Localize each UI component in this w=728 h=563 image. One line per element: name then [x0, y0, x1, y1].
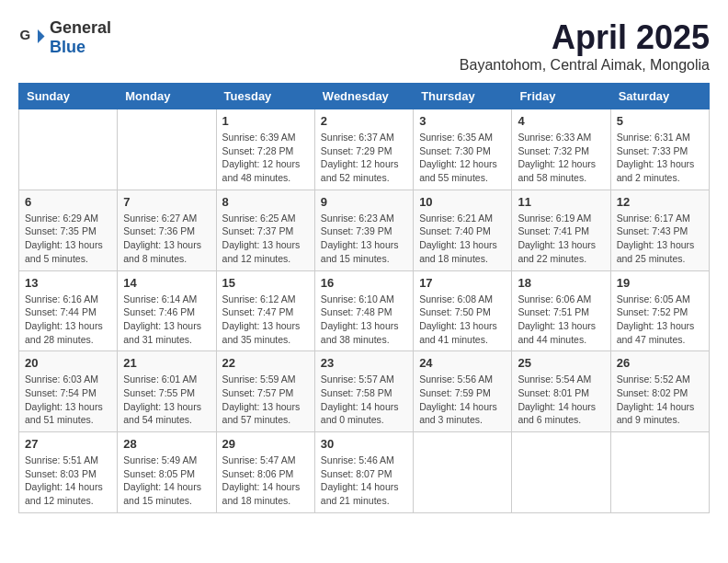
day-number: 26 — [617, 356, 703, 370]
calendar-cell: 27Sunrise: 5:51 AM Sunset: 8:03 PM Dayli… — [19, 432, 118, 513]
day-number: 6 — [25, 195, 111, 209]
calendar-cell: 16Sunrise: 6:10 AM Sunset: 7:48 PM Dayli… — [314, 270, 413, 351]
calendar-table: SundayMondayTuesdayWednesdayThursdayFrid… — [18, 83, 710, 513]
weekday-header: Friday — [512, 84, 610, 109]
day-number: 3 — [419, 114, 506, 128]
day-info: Sunrise: 6:25 AM Sunset: 7:37 PM Dayligh… — [222, 212, 309, 266]
svg-marker-1 — [38, 29, 45, 43]
calendar-cell: 5Sunrise: 6:31 AM Sunset: 7:33 PM Daylig… — [610, 109, 709, 190]
calendar-cell: 20Sunrise: 6:03 AM Sunset: 7:54 PM Dayli… — [19, 351, 118, 432]
calendar-cell: 4Sunrise: 6:33 AM Sunset: 7:32 PM Daylig… — [512, 109, 610, 190]
calendar-cell: 17Sunrise: 6:08 AM Sunset: 7:50 PM Dayli… — [414, 270, 512, 351]
day-number: 27 — [25, 437, 111, 451]
calendar-cell: 9Sunrise: 6:23 AM Sunset: 7:39 PM Daylig… — [314, 190, 413, 270]
calendar-cell: 21Sunrise: 6:01 AM Sunset: 7:55 PM Dayli… — [118, 351, 216, 432]
calendar-cell — [19, 109, 118, 190]
logo-icon: G — [18, 24, 46, 52]
calendar-cell: 8Sunrise: 6:25 AM Sunset: 7:37 PM Daylig… — [216, 190, 314, 270]
day-info: Sunrise: 6:12 AM Sunset: 7:47 PM Dayligh… — [222, 293, 309, 347]
day-info: Sunrise: 6:06 AM Sunset: 7:51 PM Dayligh… — [518, 293, 604, 347]
calendar-cell: 2Sunrise: 6:37 AM Sunset: 7:29 PM Daylig… — [314, 109, 413, 190]
day-number: 8 — [222, 195, 309, 209]
day-info: Sunrise: 6:31 AM Sunset: 7:33 PM Dayligh… — [617, 131, 703, 185]
calendar-cell — [610, 432, 709, 513]
day-number: 30 — [321, 437, 407, 451]
day-number: 17 — [419, 276, 506, 290]
calendar-cell: 11Sunrise: 6:19 AM Sunset: 7:41 PM Dayli… — [512, 190, 610, 270]
day-number: 20 — [25, 356, 111, 370]
day-number: 28 — [123, 437, 210, 451]
day-info: Sunrise: 6:03 AM Sunset: 7:54 PM Dayligh… — [25, 373, 111, 427]
day-info: Sunrise: 5:51 AM Sunset: 8:03 PM Dayligh… — [25, 454, 111, 508]
svg-text:G: G — [20, 27, 31, 42]
day-info: Sunrise: 5:46 AM Sunset: 8:07 PM Dayligh… — [321, 454, 407, 508]
day-number: 15 — [222, 276, 309, 290]
page-header: G General Blue April 2025 Bayantohom, Ce… — [18, 18, 710, 74]
day-info: Sunrise: 5:56 AM Sunset: 7:59 PM Dayligh… — [419, 373, 506, 427]
day-info: Sunrise: 5:59 AM Sunset: 7:57 PM Dayligh… — [222, 373, 309, 427]
calendar-cell: 7Sunrise: 6:27 AM Sunset: 7:36 PM Daylig… — [118, 190, 216, 270]
month-title: April 2025 — [460, 18, 710, 57]
day-info: Sunrise: 6:10 AM Sunset: 7:48 PM Dayligh… — [321, 293, 407, 347]
day-number: 4 — [518, 114, 604, 128]
logo-general: General — [50, 18, 111, 37]
calendar-cell: 14Sunrise: 6:14 AM Sunset: 7:46 PM Dayli… — [118, 270, 216, 351]
logo-blue: Blue — [50, 38, 85, 56]
day-info: Sunrise: 6:01 AM Sunset: 7:55 PM Dayligh… — [123, 373, 210, 427]
day-number: 12 — [617, 195, 703, 209]
day-number: 14 — [123, 276, 210, 290]
calendar-cell: 26Sunrise: 5:52 AM Sunset: 8:02 PM Dayli… — [610, 351, 709, 432]
calendar-cell: 30Sunrise: 5:46 AM Sunset: 8:07 PM Dayli… — [314, 432, 413, 513]
calendar-cell: 23Sunrise: 5:57 AM Sunset: 7:58 PM Dayli… — [314, 351, 413, 432]
day-info: Sunrise: 5:57 AM Sunset: 7:58 PM Dayligh… — [321, 373, 407, 427]
weekday-header: Thursday — [414, 84, 512, 109]
day-info: Sunrise: 6:05 AM Sunset: 7:52 PM Dayligh… — [617, 293, 703, 347]
day-info: Sunrise: 6:39 AM Sunset: 7:28 PM Dayligh… — [222, 131, 309, 185]
weekday-header: Saturday — [610, 84, 709, 109]
day-info: Sunrise: 5:54 AM Sunset: 8:01 PM Dayligh… — [518, 373, 604, 427]
day-info: Sunrise: 5:52 AM Sunset: 8:02 PM Dayligh… — [617, 373, 703, 427]
calendar-week-row: 6Sunrise: 6:29 AM Sunset: 7:35 PM Daylig… — [19, 190, 710, 270]
day-number: 25 — [518, 356, 604, 370]
logo: G General Blue — [18, 18, 111, 57]
day-info: Sunrise: 6:23 AM Sunset: 7:39 PM Dayligh… — [321, 212, 407, 266]
calendar-cell: 19Sunrise: 6:05 AM Sunset: 7:52 PM Dayli… — [610, 270, 709, 351]
calendar-cell: 18Sunrise: 6:06 AM Sunset: 7:51 PM Dayli… — [512, 270, 610, 351]
calendar-cell: 22Sunrise: 5:59 AM Sunset: 7:57 PM Dayli… — [216, 351, 314, 432]
day-info: Sunrise: 6:35 AM Sunset: 7:30 PM Dayligh… — [419, 131, 506, 185]
weekday-header: Tuesday — [216, 84, 314, 109]
calendar-cell: 1Sunrise: 6:39 AM Sunset: 7:28 PM Daylig… — [216, 109, 314, 190]
day-info: Sunrise: 6:27 AM Sunset: 7:36 PM Dayligh… — [123, 212, 210, 266]
calendar-cell — [118, 109, 216, 190]
weekday-header: Monday — [118, 84, 216, 109]
day-number: 21 — [123, 356, 210, 370]
calendar-cell: 12Sunrise: 6:17 AM Sunset: 7:43 PM Dayli… — [610, 190, 709, 270]
day-info: Sunrise: 6:37 AM Sunset: 7:29 PM Dayligh… — [321, 131, 407, 185]
day-number: 29 — [222, 437, 309, 451]
calendar-cell — [414, 432, 512, 513]
calendar-cell: 15Sunrise: 6:12 AM Sunset: 7:47 PM Dayli… — [216, 270, 314, 351]
day-number: 2 — [321, 114, 407, 128]
weekday-header: Sunday — [19, 84, 118, 109]
title-area: April 2025 Bayantohom, Central Aimak, Mo… — [460, 18, 710, 74]
day-number: 5 — [617, 114, 703, 128]
day-number: 9 — [321, 195, 407, 209]
day-number: 10 — [419, 195, 506, 209]
calendar-week-row: 20Sunrise: 6:03 AM Sunset: 7:54 PM Dayli… — [19, 351, 710, 432]
calendar-cell: 10Sunrise: 6:21 AM Sunset: 7:40 PM Dayli… — [414, 190, 512, 270]
calendar-week-row: 27Sunrise: 5:51 AM Sunset: 8:03 PM Dayli… — [19, 432, 710, 513]
day-info: Sunrise: 6:08 AM Sunset: 7:50 PM Dayligh… — [419, 293, 506, 347]
day-info: Sunrise: 6:17 AM Sunset: 7:43 PM Dayligh… — [617, 212, 703, 266]
day-info: Sunrise: 5:47 AM Sunset: 8:06 PM Dayligh… — [222, 454, 309, 508]
day-number: 7 — [123, 195, 210, 209]
day-number: 18 — [518, 276, 604, 290]
calendar-cell: 6Sunrise: 6:29 AM Sunset: 7:35 PM Daylig… — [19, 190, 118, 270]
location-title: Bayantohom, Central Aimak, Mongolia — [460, 57, 710, 74]
calendar-cell: 29Sunrise: 5:47 AM Sunset: 8:06 PM Dayli… — [216, 432, 314, 513]
day-number: 16 — [321, 276, 407, 290]
calendar-cell: 24Sunrise: 5:56 AM Sunset: 7:59 PM Dayli… — [414, 351, 512, 432]
day-info: Sunrise: 6:19 AM Sunset: 7:41 PM Dayligh… — [518, 212, 604, 266]
calendar-cell: 25Sunrise: 5:54 AM Sunset: 8:01 PM Dayli… — [512, 351, 610, 432]
day-info: Sunrise: 6:21 AM Sunset: 7:40 PM Dayligh… — [419, 212, 506, 266]
day-number: 23 — [321, 356, 407, 370]
